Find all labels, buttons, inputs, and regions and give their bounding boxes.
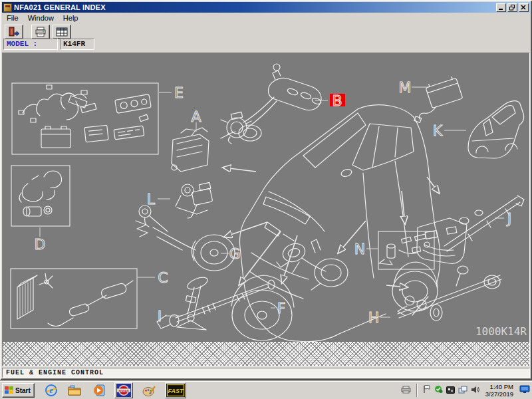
nissan-app-button[interactable]: NISSAN: [114, 382, 133, 398]
status-text: FUEL & ENGINE CONTROL: [6, 369, 104, 376]
tray-date: 3/27/2019: [485, 390, 513, 398]
section-label-e[interactable]: E: [174, 84, 184, 101]
electrical-parts-drawing: [19, 85, 151, 148]
tray-flag-icon[interactable]: [423, 384, 431, 396]
app-window: NFA021 GENERAL INDEX File Window Help MO…: [0, 0, 532, 380]
start-label: Start: [15, 387, 31, 394]
print-button[interactable]: [31, 25, 50, 39]
steering-column-drawing: [177, 275, 209, 330]
parts-index-grid-icon: [56, 27, 68, 37]
svg-text:FAST: FAST: [168, 388, 184, 394]
fast-logo-icon: FAST: [166, 384, 185, 397]
tray-input-icon[interactable]: [446, 384, 455, 396]
drawing-code: 1000K14R: [475, 325, 527, 338]
file-explorer-icon[interactable]: [68, 383, 82, 398]
tray-volume-icon[interactable]: [471, 384, 479, 396]
diagram-panel: A B C D E F G H I J K L M N 1000K14R: [2, 53, 530, 366]
hoses-drawing: [19, 171, 62, 216]
section-label-l[interactable]: L: [147, 191, 156, 207]
hatched-strip: [3, 342, 529, 366]
desktop: { "window": { "title": "NFA021 GENERAL I…: [0, 0, 532, 399]
status-bar: FUEL & ENGINE CONTROL: [2, 368, 530, 378]
tray-clock[interactable]: 1:40 PM 3/27/2019: [483, 383, 516, 398]
front-suspension-drawing: [136, 205, 235, 271]
menu-help[interactable]: Help: [59, 14, 83, 22]
body-shell-drawing: [468, 101, 524, 158]
section-label-a[interactable]: A: [191, 108, 201, 125]
tray-security-icon[interactable]: [434, 384, 443, 396]
paint-icon[interactable]: [142, 383, 157, 398]
model-value-field[interactable]: K14FR: [60, 39, 94, 50]
section-label-n[interactable]: N: [354, 241, 365, 257]
fast-app-button[interactable]: FAST: [165, 382, 186, 398]
menu-window[interactable]: Window: [23, 14, 59, 22]
section-label-c[interactable]: C: [158, 269, 168, 286]
menu-bar: File Window Help: [2, 13, 530, 23]
section-label-m[interactable]: M: [399, 79, 412, 96]
minimize-button[interactable]: [496, 3, 506, 12]
nissan-logo-icon: NISSAN: [116, 384, 131, 397]
model-label: MODEL :: [3, 39, 58, 50]
svg-text:e: e: [49, 386, 53, 395]
start-button[interactable]: Start: [2, 383, 35, 398]
rear-axle-drawing: [398, 266, 501, 321]
app-icon: [3, 3, 12, 12]
drive-shaft-drawing: [157, 280, 275, 329]
ecu-drawing: [414, 76, 463, 123]
group-box-C: [11, 269, 137, 329]
exit-door-icon: [8, 27, 20, 37]
section-label-i[interactable]: I: [158, 308, 162, 325]
general-index-diagram: A B C D E F G H I J K L M N 1000K14R: [3, 53, 529, 343]
windows-logo-icon: [5, 386, 13, 394]
printer-icon: [35, 27, 47, 37]
section-label-k[interactable]: K: [433, 122, 443, 139]
media-player-icon[interactable]: [92, 383, 106, 398]
tray-printer-icon[interactable]: [401, 384, 411, 396]
tray-time: 1:40 PM: [485, 383, 513, 390]
svg-text:NISSAN: NISSAN: [118, 389, 128, 392]
section-label-g[interactable]: G: [229, 245, 240, 262]
parts-index-button[interactable]: [53, 25, 71, 39]
window-title: NFA021 GENERAL INDEX: [14, 3, 106, 11]
taskbar: Start e NISSAN FAST: [0, 381, 532, 399]
section-label-f[interactable]: F: [277, 300, 286, 317]
washer-parts-drawing: [379, 234, 430, 265]
system-tray: 1:40 PM 3/27/2019: [401, 383, 530, 398]
section-label-d[interactable]: D: [35, 236, 46, 253]
internet-explorer-icon[interactable]: e: [44, 383, 59, 398]
restore-button[interactable]: [507, 3, 517, 12]
exit-button[interactable]: [5, 25, 23, 39]
tray-divider: [416, 384, 418, 397]
cooling-exhaust-drawing: [17, 273, 133, 327]
section-label-b[interactable]: B: [332, 92, 342, 109]
section-label-h[interactable]: H: [368, 309, 380, 326]
tray-network-display-icon[interactable]: [519, 384, 530, 396]
chassis-drawing: [417, 196, 524, 263]
menu-file[interactable]: File: [2, 14, 23, 22]
close-button[interactable]: [519, 3, 529, 12]
group-box-D: [11, 166, 70, 226]
section-label-j[interactable]: J: [506, 210, 512, 227]
engine-drawing: [172, 112, 251, 172]
tray-window-stack-icon[interactable]: [458, 384, 467, 396]
title-bar[interactable]: NFA021 GENERAL INDEX: [2, 2, 530, 13]
brake-unit-drawing: [176, 182, 213, 218]
